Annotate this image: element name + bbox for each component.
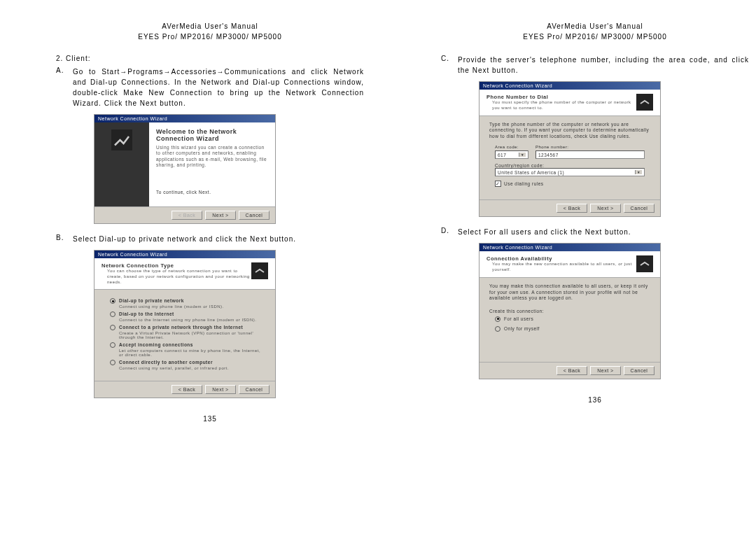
step-letter: A. [56, 66, 73, 108]
cancel-button[interactable]: Cancel [624, 204, 654, 213]
step-letter: C. [441, 55, 458, 76]
radio-incoming[interactable]: Accept incoming connections [110, 342, 265, 348]
wizard-titlebar: Network Connection Wizard [479, 82, 660, 90]
wizard-conn-type: Network Connection Wizard Network Connec… [94, 250, 276, 398]
area-code-select[interactable]: 617▼ [495, 150, 528, 159]
handshake-icon [636, 255, 653, 273]
step-b: B. Select Dial-up to private network and… [56, 234, 364, 244]
svg-rect-3 [636, 255, 653, 272]
handshake-icon [251, 262, 268, 285]
wizard-desc: Using this wizard you can create a conne… [156, 145, 268, 169]
use-dialing-rules-check[interactable]: ✓ Use dialing rules [495, 181, 645, 187]
section-heading: 2. Client: [56, 55, 364, 62]
band-title: Connection Availability [486, 255, 636, 262]
page-header: AVerMedia User's Manual EYES Pro/ MP2016… [56, 21, 364, 42]
header-line1: AVerMedia User's Manual [56, 21, 364, 31]
header-line2: EYES Pro/ MP2016/ MP3000/ MP5000 [441, 31, 749, 42]
wizard-welcome: Network Connection Wizard Welcome to the… [94, 114, 276, 224]
radio-dialup-private[interactable]: Dial-up to private network [110, 298, 265, 304]
checkbox-icon: ✓ [495, 181, 501, 187]
wizard-icon [111, 129, 132, 150]
next-button[interactable]: Next > [205, 211, 236, 220]
next-button[interactable]: Next > [590, 366, 621, 375]
cancel-button[interactable]: Cancel [624, 366, 654, 375]
step-letter: B. [56, 234, 73, 244]
phone-desc: Type the phone number of the computer or… [489, 122, 650, 139]
page-135: AVerMedia User's Manual EYES Pro/ MP2016… [56, 21, 364, 423]
page-136: AVerMedia User's Manual EYES Pro/ MP2016… [441, 21, 749, 404]
wizard-sidebar [94, 122, 149, 206]
step-text: Select For all users and click the Next … [458, 227, 749, 237]
band-sub: You can choose the type of network conne… [107, 269, 251, 285]
back-button[interactable]: < Back [172, 385, 202, 394]
wizard-titlebar: Network Connection Wizard [94, 115, 275, 122]
step-d: D. Select For all users and click the Ne… [441, 227, 749, 237]
back-button[interactable]: < Back [172, 211, 202, 220]
cancel-button[interactable]: Cancel [239, 385, 270, 394]
header-line2: EYES Pro/ MP2016/ MP3000/ MP5000 [56, 31, 364, 42]
page-number: 135 [56, 415, 364, 423]
band-title: Phone Number to Dial [486, 94, 636, 100]
band-sub: You may make the new connection availabl… [492, 262, 636, 273]
wizard-phone: Network Connection Wizard Phone Number t… [479, 81, 661, 217]
area-label: Area code: [495, 145, 528, 149]
band-title: Network Connection Type [102, 262, 251, 269]
svg-rect-2 [636, 94, 653, 111]
cancel-button[interactable]: Cancel [239, 211, 270, 220]
country-label: Country/region code: [495, 163, 645, 168]
next-button[interactable]: Next > [590, 204, 621, 213]
step-text: Select Dial-up to private network and cl… [73, 234, 364, 244]
step-letter: D. [441, 227, 458, 237]
wizard-titlebar: Network Connection Wizard [479, 244, 660, 251]
band-sub: You must specify the phone number of the… [492, 100, 636, 111]
step-text: Go to Start→Programs→Accessories→Communi… [73, 66, 364, 108]
avail-desc: You may make this connection available t… [489, 283, 650, 301]
radio-direct[interactable]: Connect directly to another computer [110, 360, 265, 365]
back-button[interactable]: < Back [556, 366, 587, 375]
step-text: Provide the server's telephone number, i… [458, 55, 749, 76]
next-button[interactable]: Next > [205, 385, 236, 394]
phone-label: Phone number: [536, 145, 645, 149]
step-c: C. Provide the server's telephone number… [441, 55, 749, 76]
country-select[interactable]: United States of America (1)▼ [495, 168, 645, 176]
svg-rect-1 [251, 262, 268, 279]
dropdown-arrow-icon: ▼ [519, 153, 526, 157]
create-label: Create this connection: [489, 309, 650, 314]
svg-rect-0 [111, 129, 132, 150]
dropdown-arrow-icon: ▼ [635, 170, 642, 174]
radio-dialup-internet[interactable]: Dial-up to the Internet [110, 311, 265, 317]
phone-input[interactable]: 1234567 [536, 150, 645, 159]
wizard-titlebar: Network Connection Wizard [94, 251, 275, 258]
header-line1: AVerMedia User's Manual [441, 21, 749, 31]
step-a: A. Go to Start→Programs→Accessories→Comm… [56, 66, 364, 108]
page-header: AVerMedia User's Manual EYES Pro/ MP2016… [441, 21, 749, 42]
handshake-icon [636, 94, 653, 111]
radio-only-myself[interactable]: Only for myself [495, 326, 650, 332]
page-number: 136 [441, 396, 749, 404]
wizard-prompt: To continue, click Next. [156, 190, 268, 195]
radio-all-users[interactable]: For all users [495, 316, 650, 322]
back-button[interactable]: < Back [556, 204, 587, 213]
wizard-heading: Welcome to the Network Connection Wizard [156, 128, 268, 142]
wizard-availability: Network Connection Wizard Connection Ava… [479, 243, 661, 379]
radio-vpn[interactable]: Connect to a private network through the… [110, 325, 265, 330]
